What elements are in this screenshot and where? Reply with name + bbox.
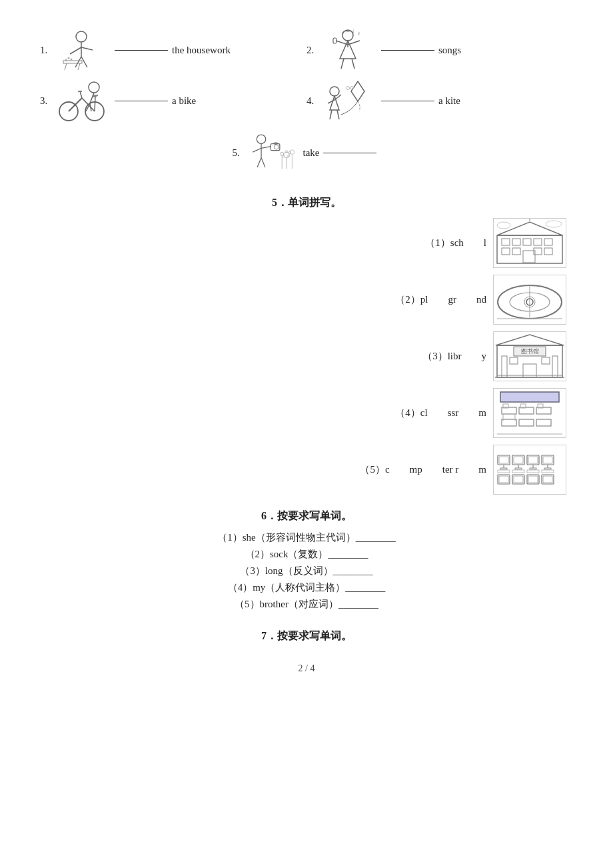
svg-rect-90 xyxy=(542,357,550,364)
svg-rect-120 xyxy=(544,468,551,469)
svg-rect-130 xyxy=(512,470,524,473)
svg-text:图书馆: 图书馆 xyxy=(521,348,539,355)
ex4-num-1: 1. xyxy=(40,45,55,56)
svg-line-18 xyxy=(352,59,354,69)
svg-line-40 xyxy=(337,110,339,119)
section-5-items: （1）sch l xyxy=(40,218,573,495)
svg-line-7 xyxy=(65,63,67,70)
ex4-pic-2: ♪ ♩ xyxy=(321,27,374,73)
svg-line-17 xyxy=(341,59,344,69)
spell-pic-5 xyxy=(493,445,566,495)
svg-rect-62 xyxy=(512,239,520,245)
svg-line-28 xyxy=(95,97,95,111)
svg-line-49 xyxy=(261,158,265,167)
ex4-blank-1[interactable] xyxy=(115,50,168,51)
svg-point-0 xyxy=(76,31,87,42)
svg-line-25 xyxy=(69,98,82,111)
svg-rect-126 xyxy=(528,476,538,483)
page-number: 2 / 4 xyxy=(40,663,573,674)
ex4-num-2: 2. xyxy=(306,45,321,56)
ex4-blank-4[interactable] xyxy=(381,101,434,101)
ex4-item-4: 4. xyxy=(306,77,573,124)
svg-rect-132 xyxy=(542,470,554,473)
ex4-pic-3 xyxy=(55,77,108,124)
svg-rect-65 xyxy=(544,239,552,245)
sec6-item-3: （3）long（反义词）________ xyxy=(240,565,372,577)
svg-line-8 xyxy=(78,63,80,70)
svg-point-30 xyxy=(89,82,99,93)
svg-rect-89 xyxy=(510,357,518,364)
section-7-heading: 7．按要求写单词。 xyxy=(261,630,352,641)
svg-rect-96 xyxy=(502,419,516,426)
spell-item-5: （5）c mp ter r m xyxy=(40,445,573,495)
ex4-label-2: songs xyxy=(438,45,461,56)
svg-point-11 xyxy=(65,59,67,61)
spell-text-1: （1）sch l xyxy=(425,237,486,249)
svg-line-47 xyxy=(253,148,261,152)
sec6-item-4: （4）my（人称代词主格）________ xyxy=(228,581,386,594)
svg-rect-85 xyxy=(552,356,558,377)
ex4-item-1: 1. xyxy=(40,27,306,73)
svg-line-14 xyxy=(336,41,348,45)
ex4-num-3: 3. xyxy=(40,95,55,107)
sec6-item-1: （1）she（形容词性物主代词）________ xyxy=(217,531,396,544)
svg-rect-92 xyxy=(500,392,559,402)
svg-line-48 xyxy=(257,158,261,167)
spell-pic-1 xyxy=(493,218,566,268)
ex4-label-3: a bike xyxy=(172,95,196,107)
svg-point-74 xyxy=(546,221,562,227)
svg-rect-63 xyxy=(523,239,531,245)
svg-rect-61 xyxy=(502,239,510,245)
spell-text-3: （3）libr y xyxy=(422,350,486,363)
spell-item-3: （3）libr y 图书馆 xyxy=(40,331,573,381)
ex4-label-1: the housework xyxy=(172,45,231,56)
svg-rect-108 xyxy=(500,468,507,469)
svg-point-41 xyxy=(257,135,265,143)
ex4-blank-2[interactable] xyxy=(381,50,434,51)
spell-item-1: （1）sch l xyxy=(40,218,573,268)
ex4-pic-4 xyxy=(321,77,374,124)
section-6: 6．按要求写单词。 （1）she（形容词性物主代词）________ （2）so… xyxy=(40,509,573,615)
ex4-item-5: 5. xyxy=(233,129,381,176)
ex4-blank-3[interactable] xyxy=(115,101,168,101)
svg-rect-128 xyxy=(543,476,552,483)
page: 1. xyxy=(0,0,613,868)
svg-rect-64 xyxy=(534,239,542,245)
spell-text-4: （4）cl ssr m xyxy=(395,407,486,419)
ex4-item-3: 3. xyxy=(40,77,306,124)
svg-rect-116 xyxy=(530,468,536,469)
ex4-label-5-prefix: take xyxy=(303,147,320,159)
svg-rect-84 xyxy=(502,356,507,377)
svg-text:♩: ♩ xyxy=(352,29,354,34)
ex4-pic-5 xyxy=(247,129,301,176)
svg-point-45 xyxy=(274,145,279,149)
svg-point-9 xyxy=(67,57,69,59)
svg-rect-98 xyxy=(536,419,551,426)
ex4-blank-5[interactable] xyxy=(323,153,376,153)
svg-line-2 xyxy=(70,47,81,54)
section-7: 7．按要求写单词。 xyxy=(40,629,573,643)
sec6-items: （1）she（形容词性物主代词）________ （2）sock（复数）____… xyxy=(40,531,573,615)
svg-line-24 xyxy=(82,98,95,111)
svg-rect-106 xyxy=(499,457,508,463)
spell-pic-2 xyxy=(493,275,566,325)
svg-line-4 xyxy=(75,57,81,67)
spell-pic-4 xyxy=(493,388,566,438)
svg-line-34 xyxy=(90,103,91,111)
svg-rect-67 xyxy=(512,248,520,255)
spell-text-5: （5）c mp ter r m xyxy=(360,463,486,476)
svg-rect-131 xyxy=(527,470,539,473)
svg-line-3 xyxy=(81,47,93,50)
spell-item-2: （2）pl gr nd xyxy=(40,275,573,325)
svg-line-26 xyxy=(80,91,82,98)
svg-rect-97 xyxy=(519,419,534,426)
svg-rect-69 xyxy=(544,248,552,255)
svg-point-73 xyxy=(497,222,510,229)
spell-text-2: （2）pl gr nd xyxy=(395,293,486,306)
svg-line-39 xyxy=(330,110,332,119)
svg-rect-122 xyxy=(499,476,508,483)
svg-rect-112 xyxy=(515,468,522,469)
exercise-4: 1. xyxy=(40,27,573,176)
svg-marker-91 xyxy=(496,335,564,345)
spell-pic-3: 图书馆 xyxy=(493,331,566,381)
